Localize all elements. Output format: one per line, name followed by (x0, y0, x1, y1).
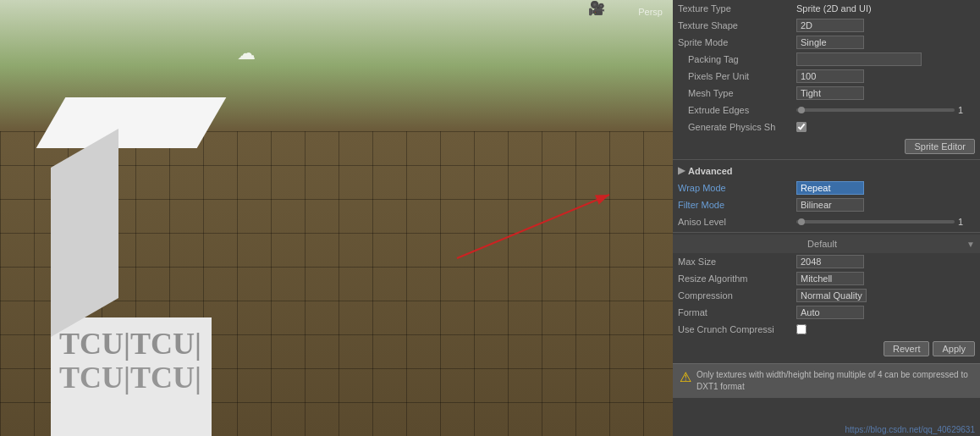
3d-viewport[interactable]: Persp ☁ 🎥 TCU|TCU| TCU|TCU| ✺ (0, 0, 673, 436)
advanced-label: Advanced (688, 166, 733, 176)
extrude-edges-slider[interactable]: 1 (796, 105, 975, 115)
actions-row: Revert Apply (673, 338, 980, 360)
platform-row: Default ▼ (673, 235, 980, 253)
resize-algorithm-label: Resize Algorithm (678, 273, 796, 284)
sprite-mode-row: Sprite Mode Single (673, 34, 980, 51)
pixels-per-unit-row: Pixels Per Unit 100 (673, 68, 980, 85)
max-size-label: Max Size (678, 257, 796, 267)
revert-button[interactable]: Revert (884, 341, 929, 356)
extrude-edges-row: Extrude Edges 1 (673, 102, 980, 119)
filter-mode-label: Filter Mode (678, 200, 796, 210)
platform-label: Default (678, 239, 966, 249)
3d-cube: TCU|TCU| TCU|TCU| ✺ (51, 97, 279, 334)
use-crunch-checkbox[interactable] (796, 324, 807, 334)
use-crunch-row: Use Crunch Compressi (673, 321, 980, 338)
packing-tag-row: Packing Tag (673, 51, 980, 68)
generate-physics-checkbox[interactable] (796, 122, 807, 132)
cube-top-face (36, 97, 227, 148)
pixels-per-unit-label: Pixels Per Unit (678, 71, 796, 81)
mesh-type-value[interactable]: Tight (796, 86, 864, 100)
filter-mode-row: Filter Mode Bilinear (673, 196, 980, 213)
aniso-level-slider[interactable]: 1 (796, 217, 975, 227)
aniso-level-row: Aniso Level 1 (673, 213, 980, 230)
sprite-mode-label: Sprite Mode (678, 37, 796, 47)
wrap-mode-row: Wrap Mode Repeat (673, 179, 980, 196)
texture-shape-value[interactable]: 2D (796, 19, 864, 32)
advanced-section-header[interactable]: ▶ Advanced (673, 162, 980, 179)
texture-type-row: Texture Type Sprite (2D and UI) (673, 0, 980, 17)
compression-row: Compression Normal Quality (673, 287, 980, 304)
camera-icon: 🎥 (588, 0, 605, 16)
aniso-level-label: Aniso Level (678, 217, 796, 227)
resize-algorithm-row: Resize Algorithm Mitchell (673, 270, 980, 287)
use-crunch-label: Use Crunch Compressi (678, 324, 796, 334)
format-value[interactable]: Auto (796, 306, 864, 319)
packing-tag-input[interactable] (796, 52, 922, 66)
filter-mode-value[interactable]: Bilinear (796, 198, 864, 212)
format-row: Format Auto (673, 304, 980, 321)
packing-tag-label: Packing Tag (678, 54, 796, 64)
viewport-label: Persp (638, 7, 663, 17)
extrude-edges-label: Extrude Edges (678, 105, 796, 115)
warning-box: ⚠ Only textures with width/height being … (673, 363, 980, 398)
texture-type-label: Texture Type (678, 3, 796, 14)
format-label: Format (678, 307, 796, 317)
sprite-editor-row: Sprite Editor (673, 135, 980, 157)
max-size-row: Max Size 2048 (673, 253, 980, 270)
warning-icon: ⚠ (680, 369, 691, 385)
texture-shape-row: Texture Shape 2D (673, 17, 980, 34)
wrap-mode-value[interactable]: Repeat (796, 181, 864, 195)
max-size-value[interactable]: 2048 (796, 255, 864, 268)
extrude-edges-value: 1 (958, 105, 975, 115)
wrap-mode-label: Wrap Mode (678, 183, 796, 193)
apply-button[interactable]: Apply (933, 341, 975, 356)
sprite-mode-value[interactable]: Single (796, 36, 864, 49)
aniso-level-value: 1 (958, 217, 975, 227)
advanced-triangle-icon: ▶ (678, 165, 685, 176)
mesh-type-label: Mesh Type (678, 88, 796, 98)
warning-text: Only textures with width/height being mu… (696, 369, 973, 393)
cube-front-face: TCU|TCU| TCU|TCU| ✺ (51, 317, 212, 436)
compression-value[interactable]: Normal Quality (796, 289, 867, 302)
compression-label: Compression (678, 290, 796, 301)
watermark: https://blog.csdn.net/qq_40629631 (845, 425, 975, 434)
sprite-editor-button[interactable]: Sprite Editor (905, 139, 975, 154)
texture-type-value: Sprite (2D and UI) (796, 3, 975, 14)
generate-physics-row: Generate Physics Sh (673, 119, 980, 135)
mesh-type-row: Mesh Type Tight (673, 85, 980, 102)
generate-physics-label: Generate Physics Sh (678, 122, 796, 132)
texture-shape-label: Texture Shape (678, 20, 796, 30)
pixels-per-unit-value[interactable]: 100 (796, 69, 864, 83)
platform-dropdown-arrow[interactable]: ▼ (966, 240, 975, 249)
inspector-panel: Texture Type Sprite (2D and UI) Texture … (673, 0, 980, 436)
cube-right-face (51, 129, 118, 337)
cloud-icon: ☁ (237, 42, 256, 64)
resize-algorithm-value[interactable]: Mitchell (796, 272, 864, 285)
